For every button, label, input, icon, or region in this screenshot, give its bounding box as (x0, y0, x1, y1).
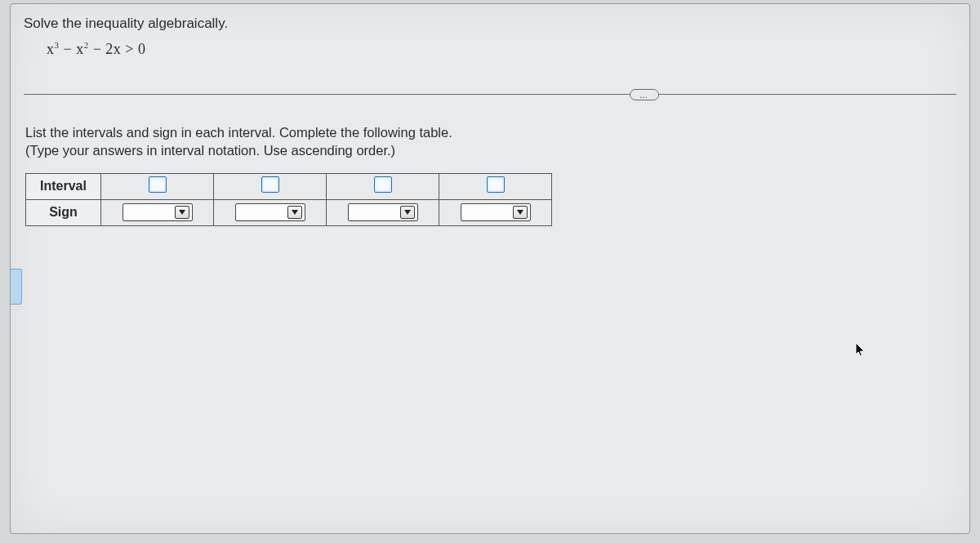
instructions: List the intervals and sign in each inte… (25, 123, 956, 160)
sign-cell-3 (327, 199, 439, 225)
interval-cell-4 (439, 173, 552, 199)
interval-input-4[interactable] (487, 176, 505, 193)
interval-cell-1 (101, 173, 214, 199)
chevron-down-icon (400, 206, 415, 219)
prompt-text: Solve the inequality algebraically. (24, 16, 956, 32)
sign-select-1[interactable] (122, 203, 193, 221)
expression: x3 − x2 − 2x > 0 (24, 40, 956, 58)
sign-cell-2 (214, 199, 327, 225)
row-label-interval: Interval (26, 173, 101, 199)
row-interval: Interval (26, 173, 552, 199)
interval-cell-2 (214, 173, 327, 199)
divider-line (24, 94, 956, 95)
sign-select-4[interactable] (461, 203, 531, 221)
answer-table: Interval Sign (25, 173, 552, 226)
left-handle[interactable] (11, 269, 22, 305)
row-label-sign: Sign (26, 199, 101, 225)
instructions-line-1: List the intervals and sign in each inte… (25, 125, 452, 140)
sign-select-2[interactable] (235, 203, 305, 221)
sign-cell-4 (439, 199, 552, 225)
interval-input-1[interactable] (149, 176, 167, 193)
cursor-icon (855, 342, 866, 358)
chevron-down-icon (287, 206, 302, 219)
sign-select-3[interactable] (348, 203, 418, 221)
content-area: Solve the inequality algebraically. x3 −… (11, 4, 969, 226)
row-sign: Sign (26, 199, 552, 225)
sign-cell-1 (101, 199, 214, 225)
question-card: Solve the inequality algebraically. x3 −… (10, 3, 970, 534)
interval-input-3[interactable] (374, 176, 392, 193)
more-button[interactable]: … (630, 89, 659, 100)
chevron-down-icon (513, 206, 528, 219)
interval-cell-3 (327, 173, 439, 199)
instructions-line-2: (Type your answers in interval notation.… (25, 141, 956, 159)
ellipsis-icon: … (639, 91, 649, 100)
interval-input-2[interactable] (261, 176, 279, 193)
chevron-down-icon (175, 206, 189, 219)
section-divider: … (20, 89, 960, 100)
